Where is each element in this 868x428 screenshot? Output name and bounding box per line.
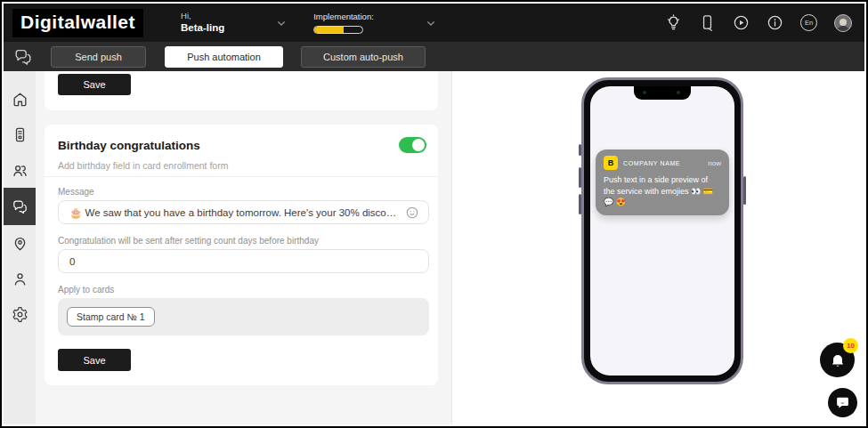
notification-text: Push text in a side preview of the servi… (604, 174, 721, 208)
implementation-progress-block: Implementation: (313, 12, 374, 33)
sidebar-item-locations[interactable] (4, 225, 36, 261)
message-label: Message (58, 187, 94, 197)
tab-push-automation[interactable]: Push automation (165, 46, 283, 68)
apply-to-cards-label: Apply to cards (58, 285, 114, 295)
divider (45, 176, 438, 177)
notifications-fab[interactable]: 10 (820, 343, 855, 377)
tab-send-push[interactable]: Send push (51, 46, 146, 68)
play-video-icon[interactable] (733, 14, 750, 31)
phone-volume-up-button (579, 167, 581, 188)
notification-header: B COMPANY NAME now (604, 156, 721, 170)
sidebar-item-settings[interactable] (4, 296, 36, 332)
phone-preview-panel: B COMPANY NAME now Push text in a side p… (451, 71, 864, 424)
push-tabbar: Send push Push automation Custom auto-pu… (4, 42, 864, 71)
tips-lightbulb-icon[interactable] (665, 14, 682, 31)
phone-volume-down-button (579, 194, 581, 214)
iphone-mockup: B COMPANY NAME now Push text in a side p… (581, 77, 743, 384)
phone-mute-switch (579, 144, 581, 156)
save-button-top[interactable]: Save (58, 74, 131, 95)
tab-custom-auto-push[interactable]: Custom auto-push (301, 46, 426, 68)
message-input[interactable]: 🎂 We saw that you have a birthday tomorr… (58, 200, 429, 224)
days-input-wrap (58, 249, 429, 273)
implementation-chevron-down-icon[interactable] (424, 16, 438, 30)
implementation-progress-fill (314, 27, 343, 33)
sidebar-item-clients[interactable] (4, 152, 36, 188)
greeting-name: Beta-ling (181, 21, 224, 34)
language-switcher[interactable]: En (800, 14, 817, 31)
phone-screen: B COMPANY NAME now Push text in a side p… (590, 86, 734, 376)
implementation-label: Implementation: (313, 12, 374, 22)
user-greeting: Hi, Beta-ling (181, 11, 224, 34)
save-button-birthday[interactable]: Save (58, 349, 131, 371)
account-chevron-down-icon[interactable] (274, 16, 288, 30)
sidebar-item-cards[interactable] (4, 117, 36, 152)
app-logo[interactable]: Digitalwallet (12, 9, 143, 37)
birthday-toggle[interactable] (399, 137, 426, 153)
days-input[interactable] (69, 256, 418, 267)
app-window: Digitalwallet Hi, Beta-ling Implementati… (0, 0, 868, 428)
body-area: Save Birthday congratulations Add birthd… (4, 71, 864, 424)
header-icon-group: En (665, 14, 852, 32)
sidebar-item-customers[interactable] (4, 261, 36, 296)
toggle-knob (412, 139, 425, 151)
message-value: 🎂 We saw that you have a birthday tomorr… (69, 206, 398, 219)
company-name: COMPANY NAME (623, 160, 680, 166)
section-title: Birthday congratulations (58, 139, 200, 152)
sidebar-item-push-chat[interactable] (4, 188, 36, 225)
info-icon[interactable] (767, 14, 783, 31)
company-app-icon: B (604, 156, 618, 170)
apply-cards-box[interactable]: Stamp card № 1 (58, 298, 429, 335)
emoji-picker-icon[interactable] (405, 206, 419, 220)
device-guide-icon[interactable] (699, 14, 716, 31)
notification-time: now (708, 159, 721, 167)
birthday-congratulations-card: Birthday congratulations Add birthday fi… (45, 125, 438, 385)
card-chip[interactable]: Stamp card № 1 (67, 307, 155, 327)
sidebar-nav (4, 71, 36, 424)
phone-power-button (743, 176, 746, 205)
section-subtitle: Add birthday field in card enrollment fo… (58, 160, 228, 171)
profile-avatar[interactable] (834, 14, 852, 32)
top-header: Digitalwallet Hi, Beta-ling Implementati… (4, 4, 864, 42)
greeting-hi: Hi, (181, 11, 224, 21)
support-chat-fab[interactable] (828, 388, 857, 417)
sidebar-item-home[interactable] (4, 81, 36, 117)
settings-scroll-area[interactable]: Save Birthday congratulations Add birthd… (36, 71, 451, 424)
previous-section-card: Save (45, 71, 438, 110)
days-before-label: Congratulation will be sent after settin… (58, 236, 319, 246)
dynamic-island (634, 86, 691, 100)
implementation-progress-bar (313, 26, 363, 34)
notifications-badge: 10 (843, 338, 858, 353)
chat-bubbles-icon (13, 47, 33, 67)
push-notification-preview: B COMPANY NAME now Push text in a side p… (596, 149, 729, 215)
